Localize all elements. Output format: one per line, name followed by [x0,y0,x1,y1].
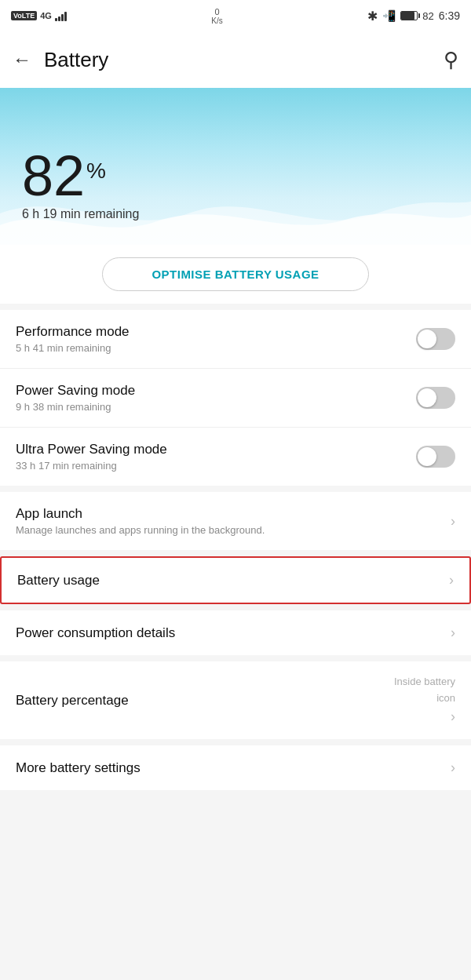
top-bar: ← Battery ⚲ [0,31,471,88]
power-saving-title: Power Saving mode [16,383,416,399]
status-bar: VoLTE 4G 0 K/s ✱ 📲 82 6:39 [0,0,471,31]
battery-status-icon [400,11,418,20]
battery-remaining: 6 h 19 min remaining [22,207,139,221]
battery-usage-item[interactable]: Battery usage › [2,558,469,603]
power-consumption-item[interactable]: Power consumption details › [0,610,471,655]
more-battery-settings-item[interactable]: More battery settings › [0,745,471,790]
performance-mode-toggle[interactable] [416,328,455,350]
app-launch-item[interactable]: App launch Manage launches and apps runn… [0,492,471,550]
battery-usage-group: Battery usage › [0,556,471,604]
ultra-power-saving-subtitle: 33 h 17 min remaining [16,460,416,472]
settings-container: OPTIMISE BATTERY USAGE Performance mode … [0,245,471,790]
performance-mode-item[interactable]: Performance mode 5 h 41 min remaining [0,310,471,369]
vibrate-icon: 📲 [382,9,396,22]
battery-info: 82% 6 h 19 min remaining [22,148,139,221]
battery-usage-title: Battery usage [17,573,449,588]
more-battery-settings-chevron: › [451,760,455,776]
power-saving-toggle[interactable] [416,387,455,409]
performance-mode-title: Performance mode [16,324,416,340]
volte-badge: VoLTE [11,11,37,20]
power-saving-subtitle: 9 h 38 min remaining [16,401,416,413]
power-consumption-group: Power consumption details › [0,610,471,655]
status-speed: 0 K/s [211,7,222,25]
battery-percentage-right-label: Inside battery [394,676,455,687]
status-left: VoLTE 4G [11,10,67,21]
page-title: Battery [44,48,108,72]
back-button[interactable]: ← [13,49,31,71]
power-consumption-chevron: › [451,625,455,641]
time-display: 6:39 [439,9,460,22]
battery-percentage-right-label2: icon [436,692,455,704]
status-right: ✱ 📲 82 6:39 [367,9,460,24]
app-launch-group: App launch Manage launches and apps runn… [0,492,471,550]
ultra-power-saving-item[interactable]: Ultra Power Saving mode 33 h 17 min rema… [0,428,471,486]
more-battery-settings-title: More battery settings [16,760,451,776]
app-launch-chevron: › [451,513,455,530]
power-saving-mode-item[interactable]: Power Saving mode 9 h 38 min remaining [0,369,471,428]
ultra-power-saving-title: Ultra Power Saving mode [16,442,416,457]
battery-percentage-chevron: › [451,709,455,725]
more-battery-settings-group: More battery settings › [0,745,471,790]
battery-percentage-item[interactable]: Battery percentage Inside battery icon › [0,661,471,739]
battery-percentage-title: Battery percentage [16,693,394,709]
app-launch-subtitle: Manage launches and apps running in the … [16,524,451,536]
optimise-battery-button[interactable]: OPTIMISE BATTERY USAGE [102,257,369,291]
battery-percentage-group: Battery percentage Inside battery icon › [0,661,471,739]
power-consumption-title: Power consumption details [16,625,451,641]
performance-mode-subtitle: 5 h 41 min remaining [16,342,416,354]
search-button[interactable]: ⚲ [444,48,458,72]
ultra-power-saving-toggle[interactable] [416,446,455,468]
app-launch-title: App launch [16,506,451,522]
bluetooth-icon: ✱ [367,9,378,24]
battery-percent-display: 82% [22,148,139,204]
power-modes-group: Performance mode 5 h 41 min remaining Po… [0,310,471,486]
top-bar-left: ← Battery [13,48,108,72]
signal-bars [55,10,67,21]
battery-card: 82% 6 h 19 min remaining [0,88,471,245]
battery-percent-status: 82 [422,10,433,22]
battery-usage-chevron: › [449,572,454,588]
optimise-section: OPTIMISE BATTERY USAGE [0,245,471,304]
network-type: 4G [40,11,52,20]
